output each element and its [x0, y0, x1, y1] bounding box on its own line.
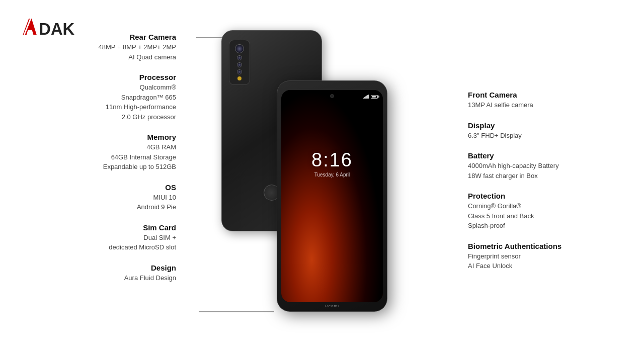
spec-rear-camera: Rear Camera 48MP + 8MP + 2MP+ 2MP AI Qua…	[20, 33, 176, 62]
phone-front: 8:16 Tuesday, 6 April Redmi	[277, 80, 387, 312]
clock-time: 8:16	[311, 149, 353, 171]
camera-lens-2	[237, 55, 242, 60]
specs-left-column: Rear Camera 48MP + 8MP + 2MP+ 2MP AI Qua…	[20, 33, 176, 294]
spec-detail-processor: Qualcomm® Snapdragon™ 665 11nm High-perf…	[20, 82, 176, 122]
spec-title-front-camera: Front Camera	[468, 91, 624, 99]
spec-title-biometric: Biometric Authentications	[468, 242, 624, 250]
spec-os: OS MIUI 10 Android 9 Pie	[20, 183, 176, 212]
specs-right-column: Front Camera 13MP AI selfie camera Displ…	[468, 91, 624, 282]
spec-title-memory: Memory	[20, 133, 176, 141]
screen-content: 8:16 Tuesday, 6 April	[281, 90, 383, 302]
spec-title-sim-card: Sim Card	[20, 223, 176, 232]
spec-battery: Battery 4000mAh high-capacity Battery 18…	[468, 151, 624, 181]
camera-flash	[237, 76, 242, 80]
spec-biometric: Biometric Authentications Fingerprint se…	[468, 242, 624, 271]
spec-detail-rear-camera: 48MP + 8MP + 2MP+ 2MP AI Quad camera	[20, 42, 176, 62]
camera-lens-main	[235, 44, 244, 53]
spec-detail-design: Aura Fluid Design	[20, 273, 176, 283]
spec-title-design: Design	[20, 263, 176, 272]
spec-detail-protection: Corning® Gorilla® Glass 5 front and Back…	[468, 201, 624, 231]
spec-detail-memory: 4GB RAM 64GB Internal Storage Expandable…	[20, 142, 176, 172]
spec-detail-battery: 4000mAh high-capacity Battery 18W fast c…	[468, 161, 624, 181]
spec-front-camera: Front Camera 13MP AI selfie camera	[468, 91, 624, 110]
phone-front-body: 8:16 Tuesday, 6 April Redmi	[277, 80, 387, 312]
battery-fill	[372, 96, 376, 98]
clock-date: Tuesday, 6 April	[311, 172, 353, 178]
spec-title-protection: Protection	[468, 192, 624, 200]
spec-title-processor: Processor	[20, 73, 176, 81]
battery-icon	[371, 95, 378, 99]
spec-protection: Protection Corning® Gorilla® Glass 5 fro…	[468, 192, 624, 231]
camera-lens-3	[237, 62, 242, 67]
spec-detail-front-camera: 13MP AI selfie camera	[468, 100, 624, 110]
front-camera-notch	[330, 94, 334, 98]
spec-memory: Memory 4GB RAM 64GB Internal Storage Exp…	[20, 133, 176, 172]
spec-detail-display: 6.3" FHD+ Display	[468, 131, 624, 141]
svg-rect-8	[28, 27, 34, 28]
phone-display: Redmi 8:16 Tuesday, 6 April	[236, 30, 408, 322]
spec-detail-sim-card: Dual SIM + dedicated MicroSD slot	[20, 233, 176, 252]
spec-design: Design Aura Fluid Design	[20, 263, 176, 283]
spec-processor: Processor Qualcomm® Snapdragon™ 665 11nm…	[20, 73, 176, 122]
spec-detail-biometric: Fingerprint sensor AI Face Unlock	[468, 251, 624, 271]
spec-sim-card: Sim Card Dual SIM + dedicated MicroSD sl…	[20, 223, 176, 252]
spec-detail-os: MIUI 10 Android 9 Pie	[20, 193, 176, 212]
time-display: 8:16 Tuesday, 6 April	[311, 149, 353, 178]
signal-icon	[363, 95, 369, 99]
spec-display: Display 6.3" FHD+ Display	[468, 121, 624, 141]
redmi-brand-front: Redmi	[325, 304, 339, 308]
spec-title-battery: Battery	[468, 151, 624, 160]
camera-lens-4	[237, 69, 242, 74]
camera-module	[229, 40, 250, 85]
spec-title-display: Display	[468, 121, 624, 130]
spec-title-rear-camera: Rear Camera	[20, 33, 176, 41]
spec-title-os: OS	[20, 183, 176, 192]
phone-screen: 8:16 Tuesday, 6 April	[281, 90, 383, 302]
